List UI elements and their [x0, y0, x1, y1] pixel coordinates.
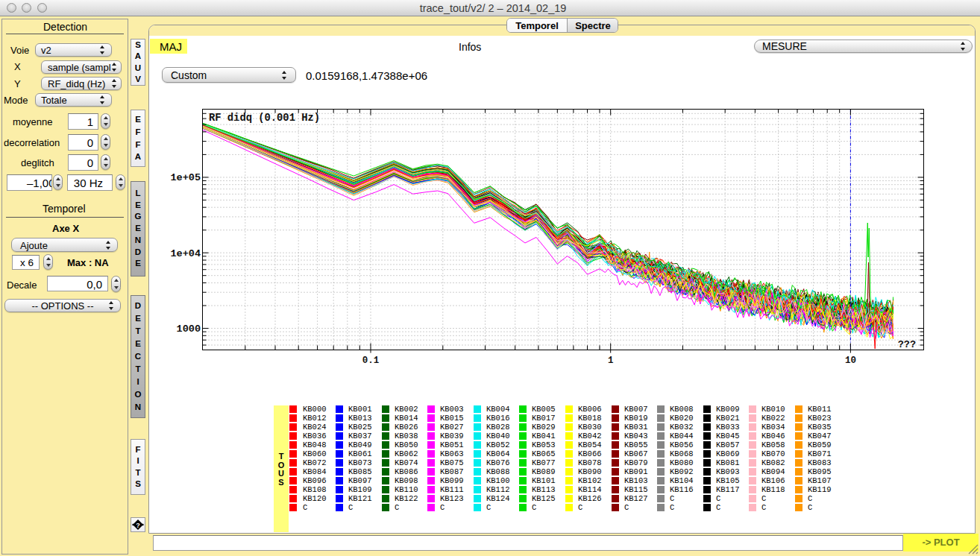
- svg-text:???: ???: [898, 339, 916, 350]
- svg-text:?: ?: [136, 522, 140, 529]
- svg-text:0.1: 0.1: [362, 356, 380, 366]
- svg-text:1000: 1000: [177, 323, 201, 335]
- svg-text:1e+05: 1e+05: [170, 172, 201, 183]
- svg-text:1: 1: [608, 356, 614, 366]
- svg-text:1e+04: 1e+04: [170, 248, 201, 259]
- svg-text:RF didq (0.001 Hz): RF didq (0.001 Hz): [209, 113, 320, 124]
- svg-text:10: 10: [845, 356, 856, 366]
